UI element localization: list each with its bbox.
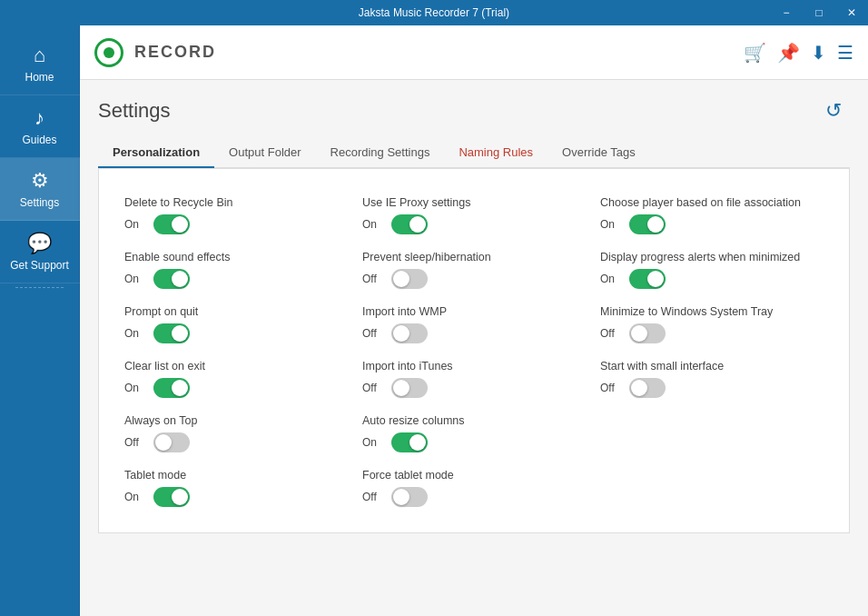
toggle-switch[interactable] bbox=[629, 214, 666, 234]
setting-label: Start with small interface bbox=[600, 360, 824, 373]
setting-item: Import into iTunesOff bbox=[355, 351, 593, 405]
tab-personalization[interactable]: Personalization bbox=[98, 138, 214, 168]
toggle-track bbox=[153, 432, 190, 452]
record-icon bbox=[94, 38, 123, 67]
titlebar: Jaksta Music Recorder 7 (Trial) − □ ✕ bbox=[0, 0, 868, 25]
toggle-track bbox=[629, 214, 666, 234]
toggle-thumb bbox=[172, 216, 188, 233]
setting-label: Display progress alerts when minimized bbox=[600, 251, 824, 263]
toggle-track bbox=[391, 378, 428, 398]
toggle-thumb bbox=[172, 325, 188, 342]
reset-button[interactable]: ↺ bbox=[817, 94, 850, 127]
tab-override-tags[interactable]: Override Tags bbox=[547, 138, 650, 168]
close-button[interactable]: ✕ bbox=[835, 0, 868, 25]
sidebar-item-support-label: Get Support bbox=[10, 259, 69, 272]
toggle-thumb bbox=[409, 216, 426, 233]
setting-item: Delete to Recycle BinOn bbox=[117, 187, 355, 242]
setting-label: Use IE Proxy settings bbox=[362, 196, 586, 209]
sidebar-item-guides[interactable]: ♪ Guides bbox=[0, 95, 80, 158]
toggle-track bbox=[153, 214, 190, 234]
toggle-switch[interactable] bbox=[629, 323, 666, 343]
sidebar-item-settings-label: Settings bbox=[20, 196, 59, 209]
toggle-thumb bbox=[393, 271, 409, 287]
sidebar-item-home-label: Home bbox=[25, 71, 54, 84]
chat-icon: 💬 bbox=[27, 232, 52, 255]
setting-item: Import into WMPOff bbox=[355, 296, 593, 351]
toggle-switch[interactable] bbox=[391, 378, 428, 398]
toggle-thumb bbox=[631, 380, 647, 396]
download-icon[interactable]: ⬇ bbox=[811, 42, 826, 64]
setting-item: Auto resize columnsOn bbox=[355, 405, 593, 460]
menu-icon[interactable]: ☰ bbox=[837, 42, 853, 64]
setting-control: On bbox=[362, 214, 586, 234]
tab-naming-rules[interactable]: Naming Rules bbox=[444, 138, 547, 168]
toggle-switch[interactable] bbox=[391, 269, 428, 289]
toggle-switch[interactable] bbox=[153, 432, 190, 452]
setting-item: Start with small interfaceOff bbox=[593, 351, 831, 405]
toggle-thumb bbox=[647, 216, 664, 233]
setting-control: On bbox=[124, 269, 348, 289]
topbar-icons: 🛒 📌 ⬇ ☰ bbox=[744, 42, 853, 64]
sidebar-divider bbox=[15, 287, 63, 288]
setting-label: Prompt on quit bbox=[124, 305, 348, 318]
setting-control: Off bbox=[362, 487, 586, 507]
setting-label: Tablet mode bbox=[124, 469, 348, 482]
toggle-thumb bbox=[172, 271, 188, 287]
setting-item: Prevent sleep/hibernationOff bbox=[355, 242, 593, 296]
page-title: Settings bbox=[98, 99, 171, 123]
toggle-track bbox=[629, 269, 666, 289]
setting-control: On bbox=[124, 214, 348, 234]
setting-item: Choose player based on file associationO… bbox=[593, 187, 831, 242]
cart-icon[interactable]: 🛒 bbox=[744, 42, 766, 64]
setting-item: Tablet modeOn bbox=[117, 460, 355, 514]
toggle-switch[interactable] bbox=[153, 323, 190, 343]
pin-icon[interactable]: 📌 bbox=[777, 42, 800, 64]
sidebar-item-home[interactable]: ⌂ Home bbox=[0, 33, 80, 95]
minimize-button[interactable]: − bbox=[770, 0, 803, 25]
setting-state: Off bbox=[362, 382, 384, 394]
setting-state: Off bbox=[124, 436, 146, 449]
toggle-track bbox=[391, 487, 428, 507]
tab-output-folder[interactable]: Output Folder bbox=[214, 138, 316, 168]
toggle-thumb bbox=[172, 380, 188, 396]
settings-grid: Delete to Recycle BinOnUse IE Proxy sett… bbox=[117, 187, 831, 514]
setting-control: On bbox=[124, 378, 348, 398]
toggle-thumb bbox=[393, 325, 409, 342]
toggle-switch[interactable] bbox=[629, 378, 666, 398]
toggle-track bbox=[153, 487, 190, 507]
toggle-switch[interactable] bbox=[629, 269, 666, 289]
setting-state: On bbox=[124, 382, 146, 394]
setting-label: Choose player based on file association bbox=[600, 196, 824, 209]
toggle-switch[interactable] bbox=[391, 323, 428, 343]
setting-item: Force tablet modeOff bbox=[355, 460, 593, 514]
sidebar-item-guides-label: Guides bbox=[22, 134, 56, 146]
toggle-switch[interactable] bbox=[153, 269, 190, 289]
setting-control: On bbox=[124, 487, 348, 507]
toggle-track bbox=[391, 432, 428, 452]
settings-panel: Delete to Recycle BinOnUse IE Proxy sett… bbox=[98, 168, 850, 533]
toggle-switch[interactable] bbox=[153, 214, 190, 234]
setting-item: Display progress alerts when minimizedOn bbox=[593, 242, 831, 296]
toggle-switch[interactable] bbox=[153, 487, 190, 507]
toggle-thumb bbox=[393, 489, 409, 505]
setting-label: Clear list on exit bbox=[124, 360, 348, 373]
sidebar-item-support[interactable]: 💬 Get Support bbox=[0, 221, 80, 283]
toggle-track bbox=[391, 269, 428, 289]
toggle-switch[interactable] bbox=[391, 487, 428, 507]
setting-state: On bbox=[362, 218, 384, 231]
maximize-button[interactable]: □ bbox=[803, 0, 835, 25]
sidebar-item-settings[interactable]: ⚙ Settings bbox=[0, 158, 80, 221]
toggle-switch[interactable] bbox=[391, 432, 428, 452]
setting-state: On bbox=[124, 218, 146, 231]
toggle-switch[interactable] bbox=[391, 214, 428, 234]
setting-label: Delete to Recycle Bin bbox=[124, 196, 348, 209]
home-icon: ⌂ bbox=[34, 44, 45, 67]
toggle-track bbox=[153, 378, 190, 398]
topbar: RECORD 🛒 📌 ⬇ ☰ bbox=[80, 25, 868, 80]
toggle-switch[interactable] bbox=[153, 378, 190, 398]
record-dot bbox=[104, 47, 114, 58]
setting-state: On bbox=[600, 273, 622, 285]
setting-label: Force tablet mode bbox=[362, 469, 586, 482]
tab-recording-settings[interactable]: Recording Settings bbox=[316, 138, 445, 168]
tabs: Personalization Output Folder Recording … bbox=[98, 138, 850, 168]
